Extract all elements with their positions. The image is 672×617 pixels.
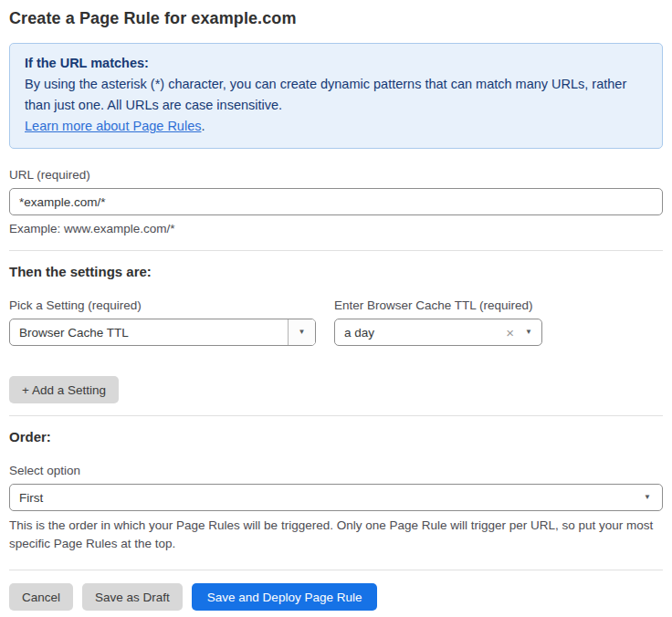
save-draft-button[interactable]: Save as Draft xyxy=(82,583,183,611)
url-match-info-box: If the URL matches: By using the asteris… xyxy=(9,43,663,149)
info-box-heading: If the URL matches: xyxy=(25,53,647,74)
pick-setting-label: Pick a Setting (required) xyxy=(9,298,316,312)
order-select[interactable]: First ▼ xyxy=(9,484,663,511)
section-divider xyxy=(9,415,663,416)
ttl-select-icons: × ▼ xyxy=(506,326,532,340)
learn-more-link[interactable]: Learn more about Page Rules xyxy=(25,119,201,133)
url-label: URL (required) xyxy=(9,168,663,182)
chevron-down-icon: ▼ xyxy=(644,494,651,501)
url-input[interactable] xyxy=(9,188,663,215)
footer-divider xyxy=(9,570,663,570)
order-select-label: Select option xyxy=(9,464,663,477)
ttl-select-value: a day xyxy=(344,326,374,340)
add-setting-button[interactable]: + Add a Setting xyxy=(9,376,119,403)
footer-actions: Cancel Save as Draft Save and Deploy Pag… xyxy=(9,583,663,611)
create-page-rule-form: Create a Page Rule for example.com If th… xyxy=(0,0,672,611)
setting-select-arrow-button[interactable]: ▼ xyxy=(288,319,315,345)
cancel-button[interactable]: Cancel xyxy=(9,583,73,611)
ttl-select[interactable]: a day × ▼ xyxy=(334,319,542,346)
settings-row: Pick a Setting (required) Browser Cache … xyxy=(9,279,663,346)
setting-select[interactable]: Browser Cache TTL ▼ xyxy=(9,319,316,346)
info-box-link-line: Learn more about Page Rules. xyxy=(25,116,647,137)
clear-icon[interactable]: × xyxy=(506,326,514,340)
setting-select-value: Browser Cache TTL xyxy=(10,319,288,345)
save-deploy-button[interactable]: Save and Deploy Page Rule xyxy=(192,583,378,611)
order-heading: Order: xyxy=(9,429,663,444)
setting-picker-column: Pick a Setting (required) Browser Cache … xyxy=(9,279,316,346)
ttl-label: Enter Browser Cache TTL (required) xyxy=(334,298,542,312)
info-box-body: By using the asterisk (*) character, you… xyxy=(25,74,647,116)
order-select-value: First xyxy=(19,491,43,505)
url-helper: Example: www.example.com/* xyxy=(9,222,663,235)
chevron-down-icon: ▼ xyxy=(299,329,306,336)
chevron-down-icon[interactable]: ▼ xyxy=(525,329,532,336)
ttl-picker-column: Enter Browser Cache TTL (required) a day… xyxy=(334,279,542,346)
section-divider xyxy=(9,250,663,251)
page-title: Create a Page Rule for example.com xyxy=(9,8,663,28)
settings-heading: Then the settings are: xyxy=(9,264,663,279)
link-suffix: . xyxy=(201,119,205,133)
order-helper: This is the order in which your Page Rul… xyxy=(9,517,663,553)
